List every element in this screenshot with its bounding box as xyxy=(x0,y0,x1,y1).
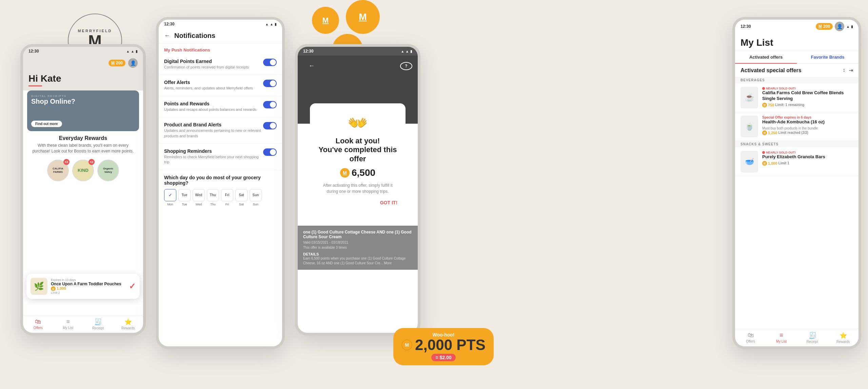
nav-mylist[interactable]: ≡ My List xyxy=(53,318,83,330)
dot-red-3 xyxy=(762,151,765,154)
woohoo-dollar: = $2.00 xyxy=(431,354,455,361)
got-it-button[interactable]: GOT IT! xyxy=(318,200,397,205)
product-healthade-name: Health-Ade Kombucha (16 oz) xyxy=(762,119,853,125)
toggle-shopping[interactable] xyxy=(263,148,277,156)
phone4-nav-mylist-label: My List xyxy=(776,340,787,343)
granola-limit: Limit 1 xyxy=(778,161,789,165)
m-coin-small: M xyxy=(111,61,115,65)
phone4-nav-rewards-label: Rewards xyxy=(836,340,850,344)
day-mon[interactable] xyxy=(164,189,176,201)
product-califia-points: M 750 Limit: 1 remaining xyxy=(762,103,853,107)
woohoo-pts-row: M 2,000 PTS xyxy=(401,337,486,352)
phone4-status-right: M 200 👤 ▲ ▮ xyxy=(816,22,853,31)
notif-digital-points: Digital Points Earned Confirmation of po… xyxy=(159,54,282,75)
phone4: 12:30 M 200 👤 ▲ ▮ My List Activated offe… xyxy=(732,17,861,349)
toggle-offer[interactable] xyxy=(263,80,277,87)
shopping-day-label: Which day do you do most of your grocery… xyxy=(164,175,277,186)
phone3-details-text: Earn 6,500 points when you purchase one … xyxy=(303,256,412,266)
day-thu[interactable]: Thu xyxy=(207,189,219,201)
brand-organicvalley[interactable]: OrganicValley xyxy=(97,160,119,181)
tab-activated-offers[interactable]: Activated offers xyxy=(735,51,797,64)
granola-pts-value: 1,000 xyxy=(768,161,777,165)
notif-offer-desc: Alerts, reminders, and updates about Mer… xyxy=(164,86,277,91)
product-califia-img: ☕ xyxy=(741,87,758,108)
day-wed[interactable]: Wed xyxy=(193,189,205,201)
brand-ov-label: OrganicValley xyxy=(103,167,113,173)
greeting-underline xyxy=(28,85,42,86)
phone4-nav-offers[interactable]: 🛍 Offers xyxy=(735,332,766,344)
nearly-sold-badge-3: NEARLY SOLD OUT! xyxy=(762,151,853,154)
activated-special-offers-title: Activated special offers xyxy=(741,67,802,74)
m-coin-p3: M xyxy=(762,161,767,166)
phone1-greeting: Hi Kate xyxy=(23,72,143,90)
product-healthade-sub: Must buy both products in the bundle xyxy=(762,126,853,130)
phone4-nav-receipt[interactable]: 🧾 Receipt xyxy=(797,332,828,344)
product-healthade[interactable]: 🍵 Special Offer expires in 6 days Health… xyxy=(735,112,859,141)
phone3-back-icon[interactable]: ← xyxy=(303,59,320,73)
banner-content: DIGITAL RECEIPTS Shop Online? xyxy=(31,95,75,105)
phone3-offer-times: This offer is available 3 times xyxy=(303,246,412,249)
product-califia[interactable]: ☕ NEARLY SOLD OUT! Califia Farms Cold Br… xyxy=(735,83,859,112)
phone1-banner[interactable]: DIGITAL RECEIPTS Shop Online? Find out m… xyxy=(27,90,139,131)
dot-red-1 xyxy=(762,87,765,90)
offer-complete-wrapper: 👐 Look at you!You've completed this offe… xyxy=(298,117,418,226)
banner-title: Shop Online? xyxy=(31,98,75,105)
phone1-status-bar: 12:30 ▲ ▲ ▮ xyxy=(23,47,143,56)
notif-shopping-title: Shopping Reminders xyxy=(164,148,277,154)
nav-rewards-label: Rewards xyxy=(121,326,135,330)
toggle-product[interactable] xyxy=(263,122,277,129)
brand-kind[interactable]: ×2 KIND xyxy=(72,160,94,181)
day-fri[interactable]: Fri xyxy=(221,189,233,201)
offer-info: Expires in 10 days Once Upon A Farm Todd… xyxy=(51,278,125,295)
notif-digital-desc: Confirmation of points received from dig… xyxy=(164,65,277,70)
notifications-title: Notifications xyxy=(174,32,215,40)
product-granola[interactable]: 🥣 NEARLY SOLD OUT! Purely Elizabeth Gran… xyxy=(735,147,859,176)
brand-califia[interactable]: ×3 CALIFIAFARMS xyxy=(47,160,69,181)
toggle-points[interactable] xyxy=(263,101,277,108)
califia-pts-value: 750 xyxy=(768,103,774,107)
share-icon[interactable]: ⇥ xyxy=(849,67,853,74)
notif-product-brand: Product and Brand Alerts Updates and ann… xyxy=(159,117,282,144)
receipt-icon: 🧾 xyxy=(94,318,102,326)
avatar[interactable]: 👤 xyxy=(128,58,138,68)
phone2-status-icons: ▲ ▲ ▮ xyxy=(265,22,277,26)
phone4-receipt-icon: 🧾 xyxy=(809,332,816,339)
phone3-help-icon[interactable]: ? xyxy=(400,62,412,70)
offer-complete-title: Look at you!You've completed this offer xyxy=(318,137,397,163)
tab-favorite-brands[interactable]: Favorite Brands xyxy=(797,51,859,63)
sort-icon[interactable]: ↕ xyxy=(843,67,845,74)
nav-offers[interactable]: 🛍 Offers xyxy=(23,318,53,330)
shopping-day-section: Which day do you do most of your grocery… xyxy=(159,170,282,211)
phone2-topbar: ← Notifications xyxy=(159,28,282,43)
day-sun[interactable]: Sun xyxy=(250,189,262,201)
phone4-nav-rewards[interactable]: ⭐ Rewards xyxy=(828,332,859,344)
product-granola-img: 🥣 xyxy=(741,151,758,172)
day-sat[interactable]: Sat xyxy=(235,189,248,201)
day-label-mon: Mon xyxy=(164,203,176,206)
phone1-header: M 200 👤 xyxy=(23,56,143,72)
day-tue[interactable]: Tue xyxy=(178,189,191,201)
nav-receipt[interactable]: 🧾 Receipt xyxy=(83,318,113,330)
nav-rewards[interactable]: ⭐ Rewards xyxy=(113,318,143,330)
toggle-digital[interactable] xyxy=(263,59,277,66)
day-label-wed: Wed xyxy=(193,203,205,206)
phone4-avatar[interactable]: 👤 xyxy=(835,22,844,31)
phone4-nav-mylist[interactable]: ≡ My List xyxy=(766,332,797,344)
califia-limit: Limit: 1 remaining xyxy=(775,103,804,107)
product-granola-points: M 1,000 Limit 1 xyxy=(762,161,853,166)
tab-bar: Activated offers Favorite Brands xyxy=(735,51,859,64)
tab-favorite-label: Favorite Brands xyxy=(811,55,845,60)
notif-offer-alerts: Offer Alerts Alerts, reminders, and upda… xyxy=(159,75,282,96)
notif-points-title: Points and Rewards xyxy=(164,101,277,106)
woohoo-pts: 2,000 PTS xyxy=(415,337,486,352)
phone1-bottom-nav: 🛍 Offers ≡ My List 🧾 Receipt ⭐ Rewards xyxy=(23,315,143,333)
section-desc: With these clean label brands, you'll ea… xyxy=(23,143,143,157)
product-granola-name: Purely Elizabeth Granola Bars xyxy=(762,154,853,160)
phone4-points-badge: M 200 xyxy=(816,23,833,30)
phone4-header: My List xyxy=(735,33,859,51)
back-arrow-icon[interactable]: ← xyxy=(164,32,170,39)
mylist-title: My List xyxy=(741,37,853,48)
banner-button[interactable]: Find out more xyxy=(31,121,62,127)
offer-card[interactable]: 🌿 Expires in 10 days Once Upon A Farm To… xyxy=(26,274,140,299)
nav-mylist-label: My List xyxy=(63,326,74,330)
